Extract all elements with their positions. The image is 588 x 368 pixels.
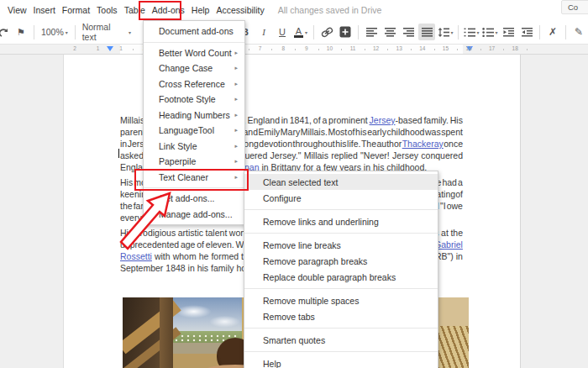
text-cleaner-submenu: Clean selected textConfigureRemove links… (244, 171, 438, 368)
comments-button-label: Co (568, 3, 578, 12)
addons-menu-item-link-style[interactable]: Link Style▸ (144, 139, 244, 155)
menu-separator (144, 187, 244, 188)
addons-menu-item-cross-reference[interactable]: Cross Reference▸ (144, 76, 244, 92)
menu-insert[interactable]: Insert (30, 3, 59, 18)
italic-button[interactable]: I (255, 24, 272, 40)
align-right-button[interactable] (400, 24, 417, 40)
menu-view[interactable]: View (4, 3, 30, 18)
editing-mode-button[interactable]: ✎ (570, 24, 587, 40)
align-left-button[interactable] (363, 24, 380, 40)
menu-separator (244, 233, 438, 234)
addons-menu-item-get-add-ons[interactable]: Get add-ons... (144, 191, 244, 207)
ruler-tick (527, 49, 528, 50)
pencil-icon: ✎ (575, 26, 583, 38)
increase-indent-icon (522, 28, 533, 37)
addons-menu-item-change-case[interactable]: Change Case▸ (144, 60, 244, 76)
ruler-tick (249, 49, 249, 50)
chevron-down-icon: ▾ (129, 29, 131, 35)
underline-button[interactable]: U (274, 24, 291, 40)
submenu-item-smarten-quotes[interactable]: Smarten quotes (244, 332, 438, 348)
menu-item-label: Configure (263, 193, 302, 203)
submenu-arrow-icon: ▸ (234, 50, 238, 56)
menu-help[interactable]: Help (188, 3, 213, 18)
submenu-arrow-icon: ▸ (234, 158, 238, 165)
ruler-number: 8 (281, 45, 285, 51)
hyperlink-thackeray[interactable]: Thackeray (402, 139, 444, 149)
ruler-number: 1 (119, 45, 123, 51)
align-left-icon (366, 28, 377, 37)
menu-format[interactable]: Format (59, 3, 93, 18)
clear-formatting-button[interactable]: ✗ (544, 24, 561, 40)
menu-item-label: Text Cleaner (159, 172, 208, 182)
submenu-item-remove-line-breaks[interactable]: Remove line breaks (244, 237, 438, 253)
ruler-number: 9 (305, 45, 308, 51)
toolbar: ⚑ 100% ▾ Normal text ▾ B I U A ▾ (0, 20, 588, 45)
line-spacing-icon (438, 28, 449, 37)
zoom-select[interactable]: 100% ▾ (39, 24, 71, 40)
bulleted-list-icon (482, 28, 494, 37)
numbered-list-button[interactable]: ▾ (463, 24, 480, 40)
text-color-button[interactable]: A ▾ (292, 24, 309, 40)
ruler-number: 12 (373, 45, 379, 51)
ruler-number: 18 (512, 45, 518, 51)
addons-menu-item-paperpile[interactable]: Paperpile▸ (144, 154, 244, 170)
submenu-arrow-icon: ▸ (234, 174, 238, 181)
submenu-item-clean-selected-text[interactable]: Clean selected text (244, 174, 438, 190)
chevron-down-icon: ▾ (451, 29, 454, 35)
numbered-list-icon (464, 28, 475, 37)
menu-tools[interactable]: Tools (93, 3, 121, 18)
addons-menu-item-footnote-style[interactable]: Footnote Style▸ (144, 92, 244, 108)
line-spacing-button[interactable]: ▾ (437, 24, 454, 40)
paint-format-button[interactable]: ⚑ (13, 24, 29, 40)
submenu-item-remove-multiple-spaces[interactable]: Remove multiple spaces (244, 292, 438, 308)
insert-link-button[interactable] (318, 24, 335, 40)
paint-format-icon: ⚑ (17, 27, 25, 38)
addons-menu-item-manage-add-ons[interactable]: Manage add-ons... (144, 207, 244, 223)
addons-menu-item-heading-numbers[interactable]: Heading Numbers▸ (144, 108, 244, 124)
menu-item-label: Document add-ons (159, 26, 234, 36)
ruler-number: 17 (489, 45, 495, 51)
menu-table[interactable]: Table (121, 3, 149, 18)
ruler-tick (341, 49, 342, 50)
redo-button[interactable] (0, 24, 11, 40)
menu-add-ons[interactable]: Add-ons (149, 3, 188, 18)
addons-menu-item-languagetool[interactable]: LanguageTool▸ (144, 123, 244, 139)
submenu-arrow-icon: ▸ (234, 65, 238, 71)
painting-post (160, 297, 173, 368)
increase-indent-button[interactable] (518, 24, 535, 40)
submenu-arrow-icon: ▸ (234, 127, 238, 134)
insert-image-button[interactable] (337, 24, 354, 40)
menu-item-label: Change Case (159, 63, 213, 73)
addons-menu-item-better-word-count[interactable]: Better Word Count▸ (144, 45, 244, 61)
left-indent-marker[interactable] (107, 46, 113, 51)
submenu-item-remove-links-and-underlining[interactable]: Remove links and underlining (244, 213, 438, 229)
hyperlink-jersey[interactable]: Jersey (370, 115, 396, 125)
google-docs-window: ViewInsertFormatToolsTableAdd-onsHelpAcc… (0, 0, 588, 368)
addons-menu-item-text-cleaner[interactable]: Text Cleaner▸ (144, 170, 244, 186)
hyperlink-gabriel[interactable]: Gabriel (434, 239, 463, 250)
bulleted-list-button[interactable]: ▾ (481, 24, 498, 40)
ruler-tick (434, 49, 435, 50)
menu-item-label: Link Style (159, 141, 197, 151)
toolbar-separator (75, 25, 76, 39)
justify-button[interactable] (418, 24, 435, 40)
ruler-number: 7 (259, 45, 262, 51)
clear-formatting-icon: ✗ (549, 26, 557, 38)
submenu-item-replace-double-paragraph-breaks[interactable]: Replace double paragraph breaks (244, 269, 438, 285)
decrease-indent-button[interactable] (500, 24, 517, 40)
ruler-tick (387, 49, 388, 50)
hyperlink-rossetti[interactable]: Rossetti (120, 251, 152, 261)
chevron-down-icon: ▾ (477, 29, 480, 35)
submenu-item-remove-tabs[interactable]: Remove tabs (244, 308, 438, 324)
menu-accessibility[interactable]: Accessibility (213, 3, 267, 18)
submenu-item-remove-paragraph-breaks[interactable]: Remove paragraph breaks (244, 253, 438, 269)
submenu-item-configure[interactable]: Configure (244, 190, 438, 206)
chevron-down-icon: ▾ (66, 29, 68, 35)
submenu-arrow-icon: ▸ (234, 96, 238, 103)
addons-menu-item-document-add-ons[interactable]: Document add-ons (144, 24, 244, 39)
align-center-button[interactable] (381, 24, 398, 40)
insert-image-icon (339, 26, 351, 38)
comments-button[interactable]: Co (561, 0, 588, 14)
paragraph-style-select[interactable]: Normal text ▾ (80, 24, 134, 40)
submenu-item-help[interactable]: Help (244, 355, 438, 368)
